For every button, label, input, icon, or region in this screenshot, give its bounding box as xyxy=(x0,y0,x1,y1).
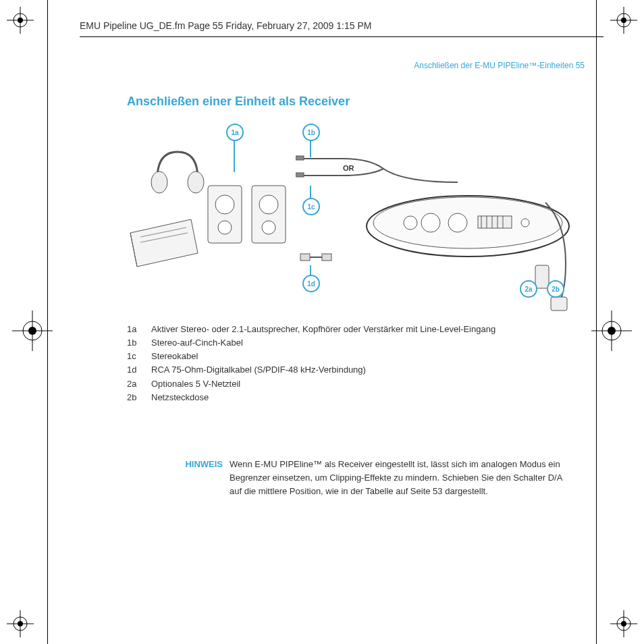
legend-key: 2a xyxy=(127,377,151,391)
legend-key: 1a xyxy=(127,323,151,336)
svg-rect-28 xyxy=(296,173,304,177)
callout-2b: 2b xyxy=(547,280,564,298)
callout-1c: 1c xyxy=(302,198,320,215)
callout-2a: 2a xyxy=(520,280,537,298)
section-title: Anschließen einer Einheit als Receiver xyxy=(127,95,350,109)
legend-row: 2a Optionales 5 V-Netzteil xyxy=(127,377,559,391)
legend-key: 2b xyxy=(127,391,151,404)
svg-point-16 xyxy=(218,221,232,234)
connection-diagram: OR 1a 1b 1c 1d 2a 2b xyxy=(127,118,593,321)
or-label: OR xyxy=(343,164,354,172)
note-text: Wenn E-MU PIPEline™ als Receiver eingest… xyxy=(230,458,566,498)
digital-cable-icon xyxy=(299,250,333,265)
legend-text: Stereokabel xyxy=(151,350,559,363)
note-block: HINWEIS Wenn E-MU PIPEline™ als Receiver… xyxy=(167,458,566,498)
headphones-icon xyxy=(147,145,208,199)
legend-key: 1c xyxy=(127,350,151,363)
crop-mark-icon xyxy=(610,610,637,637)
legend-text: Aktiver Stereo- oder 2.1-Lautsprecher, K… xyxy=(151,323,559,336)
legend-text: RCA 75-Ohm-Digitalkabel (S/PDIF-48 kHz-V… xyxy=(151,363,559,377)
svg-rect-29 xyxy=(551,297,567,311)
crop-mark-icon xyxy=(7,610,34,637)
callout-1b: 1b xyxy=(302,124,320,141)
note-label: HINWEIS xyxy=(167,458,230,498)
svg-rect-30 xyxy=(535,265,549,288)
svg-rect-31 xyxy=(300,254,310,261)
legend: 1a Aktiver Stereo- oder 2.1-Lautsprecher… xyxy=(127,323,559,404)
callout-1a: 1a xyxy=(226,124,244,141)
legend-key: 1d xyxy=(127,363,151,377)
svg-rect-27 xyxy=(296,156,304,160)
svg-point-12 xyxy=(151,171,167,193)
callout-1d: 1d xyxy=(302,275,320,292)
svg-rect-32 xyxy=(322,254,331,261)
legend-key: 1b xyxy=(127,336,151,350)
running-head: Anschließen der E-MU PIPEline™-Einheiten… xyxy=(414,61,585,70)
svg-point-19 xyxy=(262,221,275,234)
legend-row: 1a Aktiver Stereo- oder 2.1-Lautsprecher… xyxy=(127,323,559,336)
svg-point-18 xyxy=(259,195,278,214)
registration-mark-icon xyxy=(12,311,53,351)
speakers-icon xyxy=(201,172,296,253)
svg-point-15 xyxy=(215,195,234,214)
legend-text: Optionales 5 V-Netzteil xyxy=(151,377,559,391)
legend-text: Netzsteckdose xyxy=(151,391,559,404)
amplifier-icon xyxy=(127,213,201,273)
legend-row: 1b Stereo-auf-Cinch-Kabel xyxy=(127,336,559,350)
legend-text: Stereo-auf-Cinch-Kabel xyxy=(151,336,559,350)
crop-mark-icon xyxy=(610,7,637,34)
legend-row: 1d RCA 75-Ohm-Digitalkabel (S/PDIF-48 kH… xyxy=(127,363,559,377)
page-header: EMU Pipeline UG_DE.fm Page 55 Friday, Fe… xyxy=(80,16,603,37)
registration-mark-icon xyxy=(591,311,632,351)
legend-row: 2b Netzsteckdose xyxy=(127,391,559,404)
legend-row: 1c Stereokabel xyxy=(127,350,559,363)
header-text: EMU Pipeline UG_DE.fm Page 55 Friday, Fe… xyxy=(80,20,371,31)
crop-mark-icon xyxy=(7,7,34,34)
